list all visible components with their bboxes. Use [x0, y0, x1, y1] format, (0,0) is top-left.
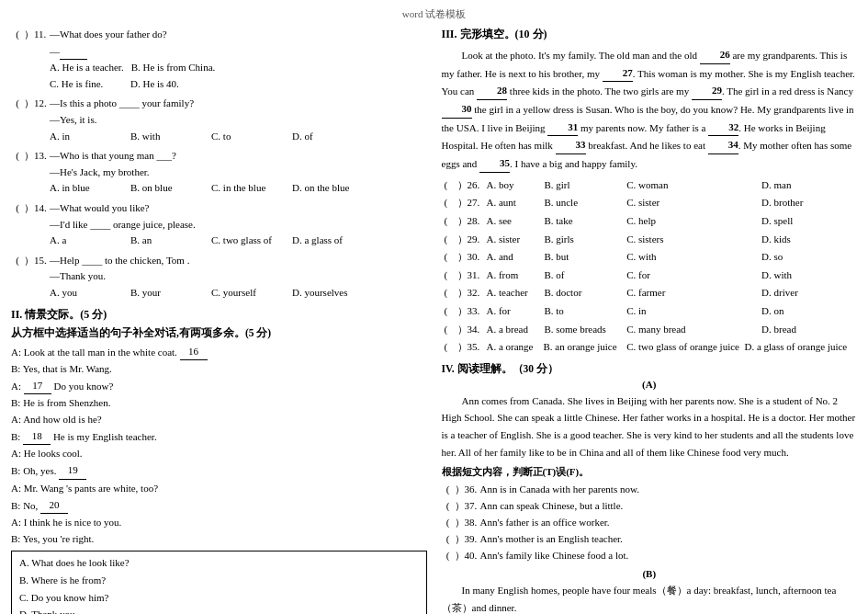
section-iii-title: III. 完形填空。(10 分): [442, 27, 858, 42]
judge-item-40: ( ）40. Ann's family like Chinese food a …: [442, 547, 858, 563]
table-row: ( ）34. A. a bread B. some breads C. many…: [442, 321, 858, 339]
section-ii-title: II. 情景交际。(5 分): [11, 307, 427, 323]
judge-item-37: ( ）37. Ann can speak Chinese, but a litt…: [442, 497, 858, 514]
section-iv-title: IV. 阅读理解。（30 分）: [442, 362, 858, 376]
question-14: ( ）14. —What would you like? —I'd like _…: [11, 200, 427, 249]
judge-block: 根据短文内容，判断正(T)误(F)。 ( ）36. Ann is in Cana…: [442, 465, 858, 564]
dialogue: A: Look at the tall man in the white coa…: [11, 343, 427, 548]
choice-box: A. What does he look like? B. Where is h…: [11, 551, 427, 614]
section-ii-instruction: 从方框中选择适当的句子补全对话,有两项多余。(5 分): [11, 326, 427, 340]
question-11: ( ）11. —What does your father do? — A. H…: [11, 27, 427, 92]
question-15: ( ）15. —Help ____ to the chicken, Tom . …: [11, 253, 427, 301]
section-ii: II. 情景交际。(5 分) 从方框中选择适当的句子补全对话,有两项多余。(5 …: [11, 307, 427, 615]
table-row: ( ）33. A. for B. to C. in D. on: [442, 302, 858, 321]
table-row: ( ）27. A. aunt B. uncle C. sister D. bro…: [442, 194, 858, 212]
question-13: ( ）13. —Who is that young man ___? —He's…: [11, 148, 427, 197]
table-row: ( ）30. A. and B. but C. with D. so: [442, 248, 858, 267]
question-12: ( ）12. —Is this a photo ____ your family…: [11, 96, 427, 144]
table-row: ( ）31. A. from B. of C. for D. with: [442, 267, 858, 285]
passage-b-text: In many English homes, people have four …: [442, 582, 858, 614]
passage-iii-text: Look at the photo. It's my family. The o…: [442, 46, 858, 173]
right-column: III. 完形填空。(10 分) Look at the photo. It's…: [442, 27, 858, 614]
judge-item-38: ( ）38. Ann's father is an office worker.: [442, 514, 858, 530]
left-column: ( ）11. —What does your father do? — A. H…: [11, 27, 427, 614]
passage-a-text: Ann comes from Canada. She lives in Beij…: [442, 392, 858, 461]
passage-a-label: (A): [442, 379, 858, 390]
page-header: word 试卷模板: [11, 7, 857, 21]
table-row: ( ）32. A. teacher B. doctor C. farmer D.…: [442, 284, 858, 302]
bracket-11: (: [11, 27, 24, 43]
table-row: ( ）29. A. sister B. girls C. sisters D. …: [442, 231, 858, 249]
table-row: ( ）35. A. a orange B. an orange juice C.…: [442, 338, 858, 357]
section-iii: III. 完形填空。(10 分) Look at the photo. It's…: [442, 27, 858, 357]
judge-item-39: ( ）39. Ann's mother is an English teache…: [442, 530, 858, 547]
questions-section: ( ）11. —What does your father do? — A. H…: [11, 27, 427, 301]
cloze-mc-table: ( ）26. A. boy B. girl C. woman D. man ( …: [442, 176, 858, 357]
section-iv: IV. 阅读理解。（30 分） (A) Ann comes from Canad…: [442, 362, 858, 614]
table-row: ( ）26. A. boy B. girl C. woman D. man: [442, 176, 858, 195]
judge-item-36: ( ）36. Ann is in Canada with her parents…: [442, 481, 858, 497]
table-row: ( ）28. A. see B. take C. help D. spell: [442, 212, 858, 231]
passage-b-label: (B): [442, 568, 858, 579]
